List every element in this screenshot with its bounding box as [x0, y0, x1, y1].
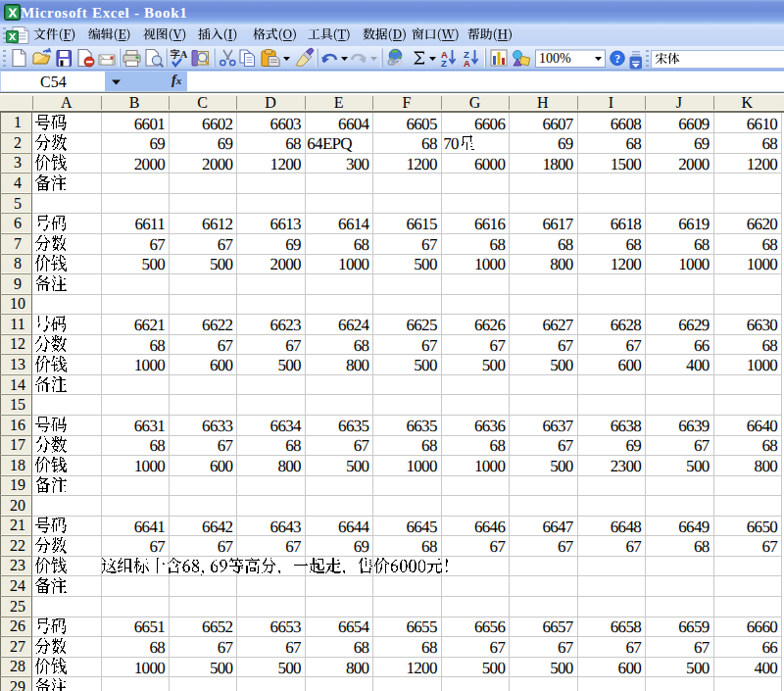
svg-text:6619: 6619	[678, 215, 709, 233]
svg-text:500: 500	[482, 356, 506, 374]
svg-text:1000: 1000	[747, 255, 777, 273]
svg-text:69: 69	[149, 134, 165, 153]
svg-text:800: 800	[346, 356, 369, 374]
svg-text:67: 67	[421, 235, 438, 254]
svg-text:6654: 6654	[338, 617, 369, 636]
svg-text:68: 68	[285, 436, 301, 455]
svg-text:67: 67	[490, 537, 507, 556]
svg-text:D: D	[265, 94, 276, 111]
svg-text:67: 67	[694, 436, 710, 455]
svg-text:19: 19	[10, 476, 25, 493]
svg-text:800: 800	[346, 659, 369, 677]
svg-text:F: F	[403, 94, 412, 111]
svg-text:67: 67	[218, 436, 234, 455]
svg-text:1200: 1200	[747, 155, 777, 173]
svg-text:67: 67	[149, 537, 166, 556]
svg-text:17: 17	[10, 436, 25, 453]
svg-text:6617: 6617	[542, 215, 573, 233]
svg-text:3: 3	[14, 154, 22, 171]
svg-text:J: J	[676, 94, 682, 111]
svg-text:69: 69	[694, 134, 710, 153]
svg-text:100%: 100%	[539, 51, 571, 66]
svg-text:1800: 1800	[542, 155, 572, 173]
svg-text:68: 68	[490, 436, 506, 455]
svg-text:600: 600	[210, 457, 233, 475]
svg-text:2000: 2000	[270, 255, 301, 273]
svg-text:?: ?	[614, 53, 620, 65]
svg-text:1500: 1500	[611, 155, 641, 173]
svg-text:500: 500	[210, 255, 233, 273]
svg-text:68: 68	[421, 537, 437, 556]
svg-text:A: A	[464, 58, 470, 69]
svg-text:68: 68	[694, 235, 710, 254]
svg-text:6633: 6633	[202, 417, 232, 435]
svg-text:6608: 6608	[611, 115, 641, 133]
svg-text:2000: 2000	[134, 155, 165, 173]
svg-text:9: 9	[14, 275, 22, 292]
svg-text:6000: 6000	[474, 155, 505, 173]
svg-text:6629: 6629	[678, 316, 709, 334]
svg-text:500: 500	[346, 457, 369, 475]
svg-text:500: 500	[550, 659, 573, 677]
svg-text:500: 500	[277, 659, 301, 677]
svg-text:22: 22	[10, 537, 25, 554]
svg-text:6626: 6626	[474, 316, 505, 334]
svg-text:8: 8	[14, 255, 22, 271]
svg-text:68: 68	[761, 134, 777, 153]
svg-text:6646: 6646	[474, 518, 505, 536]
svg-text:24: 24	[10, 577, 25, 594]
svg-text:13: 13	[10, 356, 25, 372]
svg-text:6: 6	[14, 215, 22, 231]
svg-text:5: 5	[14, 195, 22, 212]
svg-text:6640: 6640	[747, 417, 777, 435]
svg-text:6623: 6623	[270, 316, 301, 334]
svg-text:6653: 6653	[270, 617, 301, 636]
svg-text:I: I	[609, 94, 613, 111]
svg-text:500: 500	[277, 356, 301, 374]
svg-text:6630: 6630	[747, 316, 777, 334]
svg-text:28: 28	[10, 658, 25, 674]
svg-text:67: 67	[421, 336, 438, 355]
svg-text:6612: 6612	[202, 215, 232, 233]
svg-text:2300: 2300	[611, 457, 641, 475]
svg-text:64EPQ: 64EPQ	[307, 134, 352, 153]
svg-text:68: 68	[149, 638, 165, 657]
svg-text:15: 15	[10, 396, 25, 413]
svg-text:2000: 2000	[678, 155, 709, 173]
svg-text:67: 67	[218, 537, 234, 556]
svg-text:6643: 6643	[270, 518, 301, 536]
svg-text:67: 67	[490, 336, 507, 355]
svg-text:6644: 6644	[338, 518, 369, 536]
svg-text:23: 23	[10, 557, 25, 573]
svg-text:10: 10	[10, 295, 25, 312]
svg-text:6627: 6627	[542, 316, 573, 334]
svg-text:68: 68	[625, 134, 641, 153]
svg-text:4: 4	[14, 174, 22, 191]
svg-text:字A: 字A	[170, 48, 188, 60]
svg-text:6649: 6649	[678, 518, 709, 536]
svg-text:6625: 6625	[406, 316, 436, 334]
svg-text:68: 68	[354, 336, 369, 355]
svg-text:1200: 1200	[611, 255, 641, 273]
svg-text:K: K	[741, 94, 753, 111]
svg-text:1000: 1000	[474, 255, 505, 273]
svg-text:67: 67	[218, 235, 234, 254]
svg-text:400: 400	[686, 356, 710, 374]
svg-text:500: 500	[550, 356, 573, 374]
svg-text:6634: 6634	[270, 417, 302, 435]
svg-text:6651: 6651	[134, 617, 165, 636]
svg-text:800: 800	[755, 457, 778, 475]
svg-text:68: 68	[490, 235, 506, 254]
svg-text:25: 25	[10, 598, 25, 615]
svg-text:500: 500	[210, 659, 233, 677]
svg-text:69: 69	[354, 537, 369, 556]
svg-text:6613: 6613	[270, 215, 301, 233]
svg-text:6657: 6657	[542, 617, 573, 636]
svg-text:11: 11	[10, 316, 24, 332]
svg-text:1000: 1000	[134, 457, 165, 475]
svg-text:67: 67	[285, 537, 302, 556]
svg-text:600: 600	[618, 659, 642, 677]
svg-text:68: 68	[421, 436, 437, 455]
svg-text:6639: 6639	[678, 417, 709, 435]
svg-text:6635: 6635	[406, 417, 436, 435]
